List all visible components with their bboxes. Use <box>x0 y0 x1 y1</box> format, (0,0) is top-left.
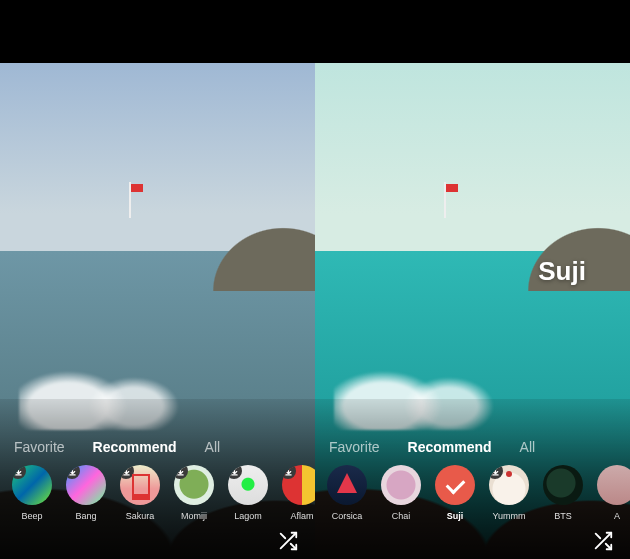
shuffle-icon[interactable] <box>277 530 299 552</box>
filter-label: A <box>614 511 620 521</box>
filter-thumbnail[interactable] <box>66 465 106 505</box>
filter-item[interactable]: A <box>595 465 630 521</box>
action-bar <box>315 527 630 559</box>
filter-item[interactable]: Suji <box>433 465 477 521</box>
tab-favorite[interactable]: Favorite <box>329 439 380 455</box>
filter-label: BTS <box>554 511 572 521</box>
filter-label: Corsica <box>332 511 363 521</box>
tab-all[interactable]: All <box>520 439 536 455</box>
filter-label: Bang <box>75 511 96 521</box>
filter-item[interactable]: Bang <box>64 465 108 521</box>
filter-label: Momiji <box>181 511 207 521</box>
filter-strip-left[interactable]: BeepBangSakuraMomijiLagomAflam <box>0 465 315 527</box>
download-icon[interactable] <box>282 465 296 479</box>
download-icon[interactable] <box>120 465 134 479</box>
filter-label: Chai <box>392 511 411 521</box>
filter-label: Aflam <box>290 511 313 521</box>
filter-item[interactable]: Corsica <box>325 465 369 521</box>
download-icon[interactable] <box>66 465 80 479</box>
filter-thumbnail[interactable] <box>228 465 268 505</box>
shuffle-icon[interactable] <box>592 530 614 552</box>
filter-strip-right[interactable]: CorsicaChaiSujiYummmBTSA <box>315 465 630 527</box>
filter-item[interactable]: BTS <box>541 465 585 521</box>
filter-thumbnail[interactable] <box>543 465 583 505</box>
download-icon[interactable] <box>489 465 503 479</box>
preview-panel-original: Favorite Recommend All BeepBangSakuraMom… <box>0 63 315 559</box>
filter-thumbnail[interactable] <box>12 465 52 505</box>
download-icon[interactable] <box>174 465 188 479</box>
comparison-viewport: Favorite Recommend All BeepBangSakuraMom… <box>0 63 630 559</box>
filter-label: Sakura <box>126 511 155 521</box>
filter-category-tabs: Favorite Recommend All <box>315 439 630 465</box>
filter-thumbnail[interactable] <box>120 465 160 505</box>
filter-label: Lagom <box>234 511 262 521</box>
filter-item[interactable]: Aflam <box>280 465 315 521</box>
preview-panel-filtered: Suji Favorite Recommend All CorsicaChaiS… <box>315 63 630 559</box>
filter-thumbnail[interactable] <box>489 465 529 505</box>
applied-filter-label: Suji <box>538 256 586 287</box>
filter-thumbnail[interactable] <box>381 465 421 505</box>
download-icon[interactable] <box>228 465 242 479</box>
tab-all[interactable]: All <box>205 439 221 455</box>
filter-item[interactable]: Momiji <box>172 465 216 521</box>
filter-thumbnail[interactable] <box>597 465 630 505</box>
tab-recommend[interactable]: Recommend <box>93 439 177 455</box>
filter-label: Suji <box>447 511 464 521</box>
download-icon[interactable] <box>12 465 26 479</box>
filter-item[interactable]: Lagom <box>226 465 270 521</box>
filter-item[interactable]: Yummm <box>487 465 531 521</box>
filter-label: Beep <box>21 511 42 521</box>
filter-thumbnail[interactable] <box>435 465 475 505</box>
action-bar <box>0 527 315 559</box>
filter-drawer-right: Favorite Recommend All CorsicaChaiSujiYu… <box>315 399 630 559</box>
filter-drawer-left: Favorite Recommend All BeepBangSakuraMom… <box>0 399 315 559</box>
filter-thumbnail[interactable] <box>282 465 315 505</box>
filter-label: Yummm <box>492 511 525 521</box>
tab-recommend[interactable]: Recommend <box>408 439 492 455</box>
filter-thumbnail[interactable] <box>174 465 214 505</box>
filter-item[interactable]: Sakura <box>118 465 162 521</box>
tab-favorite[interactable]: Favorite <box>14 439 65 455</box>
filter-thumbnail[interactable] <box>327 465 367 505</box>
filter-item[interactable]: Beep <box>10 465 54 521</box>
filter-item[interactable]: Chai <box>379 465 423 521</box>
filter-category-tabs: Favorite Recommend All <box>0 439 315 465</box>
